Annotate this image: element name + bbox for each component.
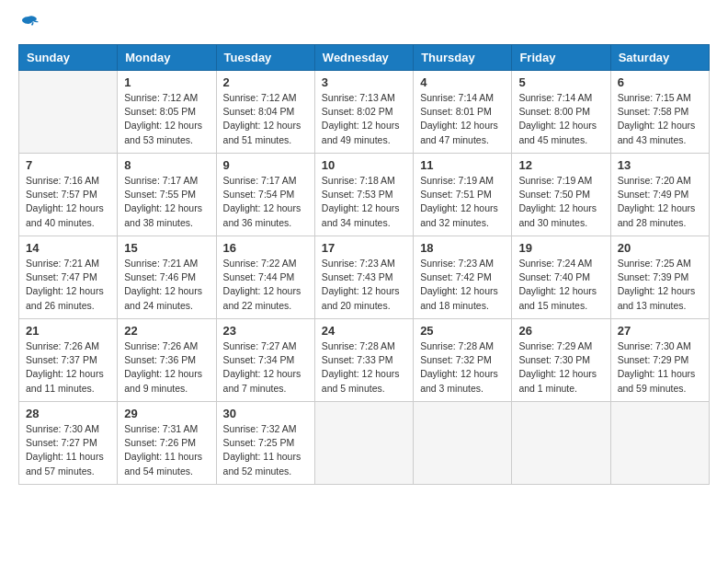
day-number: 26 [518, 324, 603, 338]
day-cell [610, 402, 709, 485]
day-cell: 11Sunrise: 7:19 AM Sunset: 7:51 PM Dayli… [414, 154, 512, 236]
day-cell: 17Sunrise: 7:23 AM Sunset: 7:43 PM Dayli… [314, 236, 413, 319]
day-number: 9 [223, 158, 308, 172]
day-number: 16 [223, 241, 308, 255]
day-info: Sunrise: 7:32 AM Sunset: 7:25 PM Dayligh… [223, 422, 308, 478]
day-number: 28 [26, 407, 110, 420]
day-cell: 3Sunrise: 7:13 AM Sunset: 8:02 PM Daylig… [314, 71, 413, 154]
day-number: 5 [518, 75, 603, 89]
day-info: Sunrise: 7:12 AM Sunset: 8:05 PM Dayligh… [124, 91, 209, 147]
day-info: Sunrise: 7:15 AM Sunset: 7:58 PM Dayligh… [618, 91, 702, 147]
calendar-table: SundayMondayTuesdayWednesdayThursdayFrid… [18, 44, 710, 485]
day-number: 18 [420, 241, 505, 255]
day-cell: 15Sunrise: 7:21 AM Sunset: 7:46 PM Dayli… [118, 236, 216, 319]
day-info: Sunrise: 7:21 AM Sunset: 7:47 PM Dayligh… [26, 257, 110, 313]
weekday-header-wednesday: Wednesday [314, 45, 413, 71]
day-info: Sunrise: 7:30 AM Sunset: 7:27 PM Dayligh… [26, 422, 110, 478]
day-number: 22 [124, 324, 209, 338]
day-cell: 2Sunrise: 7:12 AM Sunset: 8:04 PM Daylig… [216, 71, 314, 154]
week-row-1: 1Sunrise: 7:12 AM Sunset: 8:05 PM Daylig… [19, 71, 710, 154]
day-number: 24 [322, 324, 406, 338]
day-cell: 1Sunrise: 7:12 AM Sunset: 8:05 PM Daylig… [118, 71, 216, 154]
day-number: 29 [124, 407, 209, 420]
day-info: Sunrise: 7:14 AM Sunset: 8:01 PM Dayligh… [420, 91, 505, 147]
day-info: Sunrise: 7:17 AM Sunset: 7:55 PM Dayligh… [124, 174, 209, 230]
day-info: Sunrise: 7:13 AM Sunset: 8:02 PM Dayligh… [322, 91, 406, 147]
weekday-header-monday: Monday [118, 45, 216, 71]
day-cell: 7Sunrise: 7:16 AM Sunset: 7:57 PM Daylig… [19, 154, 118, 236]
page-header [18, 18, 710, 29]
day-cell: 28Sunrise: 7:30 AM Sunset: 7:27 PM Dayli… [19, 402, 118, 485]
weekday-header-friday: Friday [512, 45, 610, 71]
day-cell: 19Sunrise: 7:24 AM Sunset: 7:40 PM Dayli… [512, 236, 610, 319]
day-cell: 21Sunrise: 7:26 AM Sunset: 7:37 PM Dayli… [19, 319, 118, 402]
day-number: 3 [322, 75, 406, 89]
day-cell: 18Sunrise: 7:23 AM Sunset: 7:42 PM Dayli… [414, 236, 512, 319]
day-number: 7 [26, 158, 110, 172]
day-info: Sunrise: 7:31 AM Sunset: 7:26 PM Dayligh… [124, 422, 209, 478]
weekday-header-saturday: Saturday [610, 45, 709, 71]
day-cell: 30Sunrise: 7:32 AM Sunset: 7:25 PM Dayli… [216, 402, 314, 485]
day-info: Sunrise: 7:28 AM Sunset: 7:33 PM Dayligh… [322, 339, 406, 396]
day-cell: 14Sunrise: 7:21 AM Sunset: 7:47 PM Dayli… [19, 236, 118, 319]
day-info: Sunrise: 7:29 AM Sunset: 7:30 PM Dayligh… [518, 339, 603, 396]
week-row-3: 14Sunrise: 7:21 AM Sunset: 7:47 PM Dayli… [19, 236, 710, 319]
day-number: 21 [26, 324, 110, 338]
day-cell [512, 402, 610, 485]
day-number: 6 [618, 75, 702, 89]
day-cell: 5Sunrise: 7:14 AM Sunset: 8:00 PM Daylig… [512, 71, 610, 154]
day-number: 30 [223, 407, 308, 420]
day-info: Sunrise: 7:22 AM Sunset: 7:44 PM Dayligh… [223, 257, 308, 313]
weekday-header-tuesday: Tuesday [216, 45, 314, 71]
day-cell: 4Sunrise: 7:14 AM Sunset: 8:01 PM Daylig… [414, 71, 512, 154]
day-number: 27 [618, 324, 702, 338]
weekday-header-sunday: Sunday [19, 45, 118, 71]
day-number: 4 [420, 75, 505, 89]
week-row-2: 7Sunrise: 7:16 AM Sunset: 7:57 PM Daylig… [19, 154, 710, 236]
day-cell: 25Sunrise: 7:28 AM Sunset: 7:32 PM Dayli… [414, 319, 512, 402]
day-info: Sunrise: 7:19 AM Sunset: 7:51 PM Dayligh… [420, 174, 505, 230]
day-info: Sunrise: 7:20 AM Sunset: 7:49 PM Dayligh… [618, 174, 702, 230]
weekday-header-thursday: Thursday [414, 45, 512, 71]
day-cell: 16Sunrise: 7:22 AM Sunset: 7:44 PM Dayli… [216, 236, 314, 319]
day-info: Sunrise: 7:19 AM Sunset: 7:50 PM Dayligh… [518, 174, 603, 230]
day-cell: 13Sunrise: 7:20 AM Sunset: 7:49 PM Dayli… [610, 154, 709, 236]
day-number: 1 [124, 75, 209, 89]
logo [18, 18, 40, 29]
day-cell: 24Sunrise: 7:28 AM Sunset: 7:33 PM Dayli… [314, 319, 413, 402]
day-info: Sunrise: 7:24 AM Sunset: 7:40 PM Dayligh… [518, 257, 603, 313]
day-cell: 27Sunrise: 7:30 AM Sunset: 7:29 PM Dayli… [610, 319, 709, 402]
day-cell: 9Sunrise: 7:17 AM Sunset: 7:54 PM Daylig… [216, 154, 314, 236]
day-info: Sunrise: 7:21 AM Sunset: 7:46 PM Dayligh… [124, 257, 209, 313]
day-number: 10 [322, 158, 406, 172]
week-row-5: 28Sunrise: 7:30 AM Sunset: 7:27 PM Dayli… [19, 402, 710, 485]
day-number: 11 [420, 158, 505, 172]
day-info: Sunrise: 7:16 AM Sunset: 7:57 PM Dayligh… [26, 174, 110, 230]
day-info: Sunrise: 7:26 AM Sunset: 7:37 PM Dayligh… [26, 339, 110, 396]
day-number: 15 [124, 241, 209, 255]
day-number: 14 [26, 241, 110, 255]
day-info: Sunrise: 7:30 AM Sunset: 7:29 PM Dayligh… [618, 339, 702, 396]
day-cell: 29Sunrise: 7:31 AM Sunset: 7:26 PM Dayli… [118, 402, 216, 485]
day-number: 13 [618, 158, 702, 172]
day-info: Sunrise: 7:28 AM Sunset: 7:32 PM Dayligh… [420, 339, 505, 396]
day-cell: 20Sunrise: 7:25 AM Sunset: 7:39 PM Dayli… [610, 236, 709, 319]
day-cell: 23Sunrise: 7:27 AM Sunset: 7:34 PM Dayli… [216, 319, 314, 402]
day-info: Sunrise: 7:18 AM Sunset: 7:53 PM Dayligh… [322, 174, 406, 230]
day-number: 25 [420, 324, 505, 338]
day-number: 17 [322, 241, 406, 255]
day-info: Sunrise: 7:14 AM Sunset: 8:00 PM Dayligh… [518, 91, 603, 147]
day-info: Sunrise: 7:26 AM Sunset: 7:36 PM Dayligh… [124, 339, 209, 396]
day-cell: 10Sunrise: 7:18 AM Sunset: 7:53 PM Dayli… [314, 154, 413, 236]
day-number: 23 [223, 324, 308, 338]
logo-bird-icon [19, 15, 40, 33]
day-cell: 8Sunrise: 7:17 AM Sunset: 7:55 PM Daylig… [118, 154, 216, 236]
day-number: 12 [518, 158, 603, 172]
day-info: Sunrise: 7:17 AM Sunset: 7:54 PM Dayligh… [223, 174, 308, 230]
day-info: Sunrise: 7:25 AM Sunset: 7:39 PM Dayligh… [618, 257, 702, 313]
day-cell: 6Sunrise: 7:15 AM Sunset: 7:58 PM Daylig… [610, 71, 709, 154]
day-info: Sunrise: 7:23 AM Sunset: 7:43 PM Dayligh… [322, 257, 406, 313]
day-number: 19 [518, 241, 603, 255]
day-cell: 26Sunrise: 7:29 AM Sunset: 7:30 PM Dayli… [512, 319, 610, 402]
day-cell [19, 71, 118, 154]
